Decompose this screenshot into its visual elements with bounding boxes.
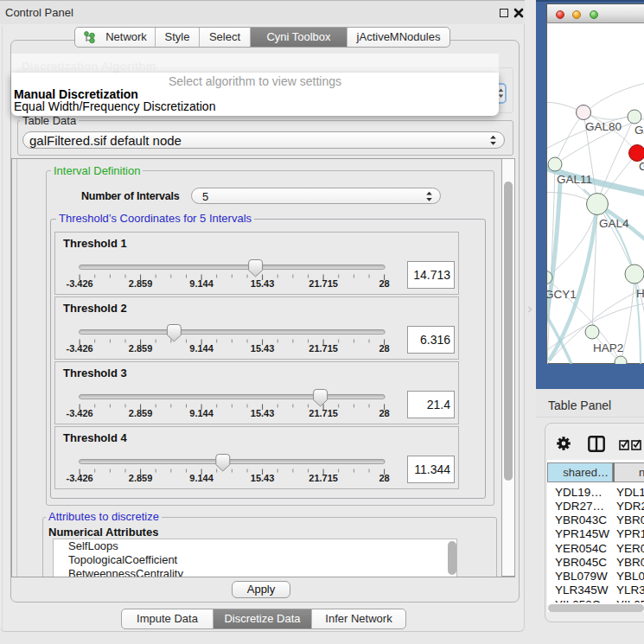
svg-text:GCY1: GCY1 bbox=[547, 288, 577, 301]
svg-text:21.715: 21.715 bbox=[309, 278, 338, 289]
svg-text:GAL4: GAL4 bbox=[599, 217, 629, 230]
svg-text:9.144: 9.144 bbox=[189, 408, 214, 418]
svg-text:15.43: 15.43 bbox=[251, 343, 275, 354]
svg-text:C: C bbox=[639, 160, 644, 173]
svg-text:HAP2: HAP2 bbox=[593, 341, 623, 354]
svg-text:GAL11: GAL11 bbox=[557, 173, 592, 186]
svg-text:28: 28 bbox=[379, 343, 389, 354]
svg-text:9.144: 9.144 bbox=[189, 343, 214, 354]
svg-text:21.715: 21.715 bbox=[309, 408, 338, 418]
svg-text:H: H bbox=[636, 287, 644, 300]
svg-text:9.144: 9.144 bbox=[189, 278, 214, 289]
svg-text:28: 28 bbox=[379, 473, 389, 483]
svg-text:-3.426: -3.426 bbox=[66, 473, 92, 483]
svg-text:2.859: 2.859 bbox=[129, 408, 153, 418]
svg-text:15.43: 15.43 bbox=[251, 408, 275, 418]
svg-text:21.715: 21.715 bbox=[309, 343, 338, 354]
svg-text:28: 28 bbox=[379, 278, 389, 289]
svg-text:-3.426: -3.426 bbox=[66, 343, 92, 354]
svg-text:15.43: 15.43 bbox=[251, 473, 275, 483]
svg-text:-3.426: -3.426 bbox=[66, 408, 92, 418]
svg-text:15.43: 15.43 bbox=[251, 278, 275, 289]
svg-text:2.859: 2.859 bbox=[129, 473, 153, 483]
svg-text:2.859: 2.859 bbox=[129, 343, 153, 354]
svg-text:2.859: 2.859 bbox=[129, 278, 153, 289]
svg-text:28: 28 bbox=[379, 408, 389, 418]
svg-text:-3.426: -3.426 bbox=[66, 278, 92, 289]
svg-text:GAL80: GAL80 bbox=[585, 120, 622, 133]
svg-text:9.144: 9.144 bbox=[189, 473, 214, 483]
svg-text:GA: GA bbox=[634, 124, 644, 137]
svg-text:21.715: 21.715 bbox=[309, 473, 338, 483]
